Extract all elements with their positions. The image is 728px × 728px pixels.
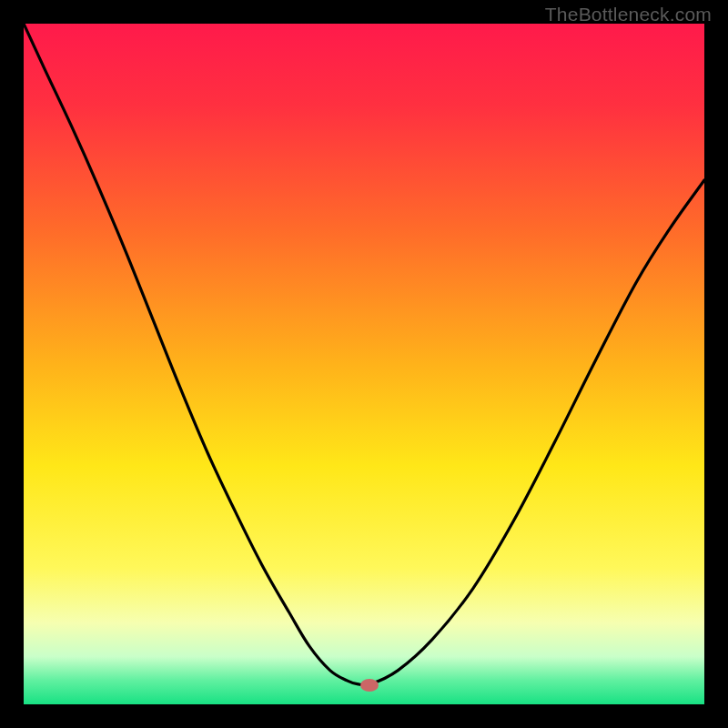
gradient-background [24,24,704,704]
chart-frame [24,24,704,704]
optimal-marker [360,679,379,692]
chart-svg [24,24,704,704]
watermark-text: TheBottleneck.com [545,4,712,25]
